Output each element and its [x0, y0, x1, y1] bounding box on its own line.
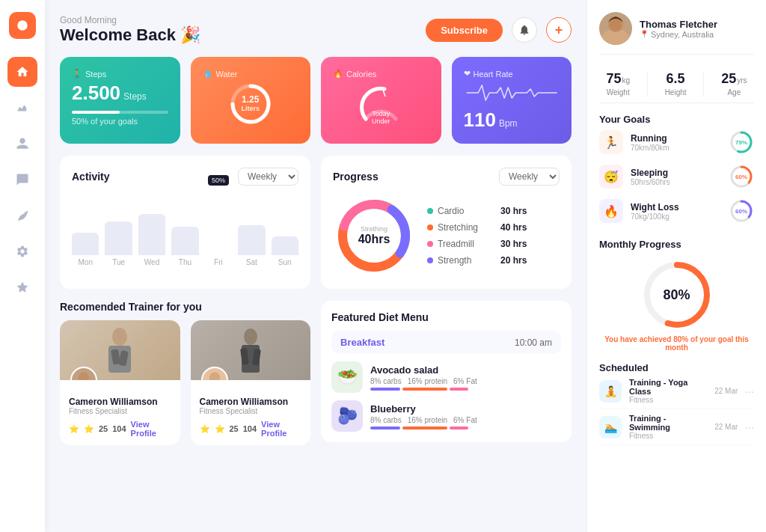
monthly-progress-section: Monthly Progress 80% You have achieved 8… — [599, 239, 754, 352]
swimming-menu[interactable]: ··· — [745, 421, 754, 433]
meal-time-row: Breakfast 10:00 am — [331, 331, 561, 354]
goals-title: Your Goals — [599, 114, 754, 125]
running-info: Running 70km/80km — [631, 133, 721, 152]
trainers-list: Cameron Williamson Fitness Specialist ⭐ … — [60, 320, 310, 445]
view-profile-2[interactable]: View Profile — [261, 420, 301, 438]
activity-header: Activity WeeklyMonthly — [72, 168, 298, 186]
progress-legend: Cardio 30 hrs Stretching 40 hrs — [427, 206, 527, 266]
steps-progress — [72, 111, 168, 114]
bar-col-thu: Thu — [171, 227, 198, 266]
notification-button[interactable] — [512, 17, 537, 43]
star-icon-2: ⭐ — [84, 424, 94, 434]
progress-dropdown[interactable]: WeeklyMonthly — [499, 168, 560, 186]
trainer-specialty-1: Fitness Specialist — [69, 407, 171, 415]
trainer-specialty-2: Fitness Specialist — [200, 407, 302, 415]
trainer-name-1: Cameron Williamson — [69, 397, 171, 407]
trainers-title: Recomended Trainer for you — [60, 301, 310, 313]
age-value: 25 — [721, 71, 736, 87]
bar-thu — [171, 227, 198, 255]
steps-progress-fill — [72, 111, 120, 114]
scheduled-yoga: 🧘 Training - Yoga Class Fitness 22 Mar ·… — [599, 373, 754, 409]
progress-header: Progress WeeklyMonthly — [333, 168, 560, 186]
blueberry-macro-bars — [370, 426, 561, 429]
monthly-title: Monthly Progress — [599, 239, 754, 250]
food-item-blueberry: 🫐 Blueberry 8% carbs 16% protein 6% Fat — [331, 400, 561, 432]
sidebar-item-chat[interactable] — [7, 165, 37, 195]
steps-card: 🚶 Steps 2.500 Steps 50% of your goals — [60, 57, 180, 144]
calories-card: 🔥 Calories Today Under — [321, 57, 441, 144]
user-info: Thomas Fletcher 📍 Sydney, Australia — [640, 19, 717, 39]
water-ring-text: 1.25 Liters — [241, 94, 260, 113]
diet-title: Featured Diet Menu — [331, 311, 561, 323]
steps-sub: 50% of your goals — [72, 117, 168, 126]
scheduled-swimming: 🏊 Training - Swimming Fitness 22 Mar ··· — [599, 409, 754, 445]
goals-section: Your Goals 🏃 Running 70km/80km 79% 😴 Sle… — [599, 114, 754, 228]
age-stat: 25 yrs Age — [721, 71, 747, 97]
user-name: Thomas Fletcher — [640, 19, 717, 30]
divider-2 — [703, 71, 704, 97]
water-card: 💧 Water 1.25 Liters — [191, 57, 311, 144]
weight-stat: 75 kg Weight — [606, 71, 630, 97]
yoga-menu[interactable]: ··· — [745, 385, 754, 397]
heart-rate-unit: Bpm — [499, 118, 518, 129]
star-icon-1: ⭐ — [69, 424, 79, 434]
blueberry-macros: 8% carbs 16% protein 6% Fat — [370, 416, 561, 424]
user-profile-top: Thomas Fletcher 📍 Sydney, Australia — [599, 12, 754, 55]
heart-rate-value: 110 — [464, 108, 496, 132]
svg-point-9 — [112, 328, 127, 346]
add-button[interactable]: + — [546, 17, 572, 43]
avocado-macro-bars — [370, 388, 561, 391]
bar-sun — [272, 236, 298, 255]
bar-col-sun: Sun — [272, 236, 298, 266]
star-icon-4: ⭐ — [215, 424, 225, 434]
steps-label: 🚶 Steps — [72, 69, 168, 79]
heart-rate-label: ❤ Heart Rate — [464, 69, 560, 79]
sidebar-item-home[interactable] — [7, 57, 37, 87]
stats-strip: 75 kg Weight 6.5 Height 25 yrs Age — [599, 65, 754, 103]
svg-point-21 — [209, 372, 219, 380]
bar-col-mon: Mon — [72, 233, 99, 266]
diet-section: Featured Diet Menu Breakfast 10:00 am 🥗 … — [321, 301, 572, 445]
subscribe-button[interactable]: Subscribe — [426, 19, 503, 42]
treadmill-dot — [427, 241, 433, 247]
height-label: Height — [665, 88, 687, 97]
sidebar-item-analytics[interactable] — [7, 93, 37, 123]
sleeping-info: Sleeping 50hrs/60hrs — [631, 168, 721, 186]
header-greeting: Good Morning — [60, 15, 200, 25]
trainer-card-1: Cameron Williamson Fitness Specialist ⭐ … — [60, 320, 180, 445]
steps-icon: 🚶 — [72, 69, 82, 79]
stretching-dot — [427, 224, 433, 230]
steps-unit: Steps — [123, 91, 147, 102]
sidebar-item-awards[interactable] — [7, 272, 37, 302]
activity-progress-row: Activity WeeklyMonthly Mon Tue Wed — [60, 156, 572, 289]
trainer-name-2: Cameron Williamson — [200, 397, 302, 407]
page-title: Welcome Back 🎉 — [60, 25, 200, 45]
food-item-avocado: 🥗 Avocado salad 8% carbs 16% protein 6% … — [331, 361, 561, 393]
calories-label: 🔥 Calories — [333, 69, 429, 79]
weight-value: 75 — [606, 71, 621, 87]
legend-cardio: Cardio 30 hrs — [427, 206, 527, 216]
sidebar-item-settings[interactable] — [7, 236, 37, 266]
trainer-img-2 — [191, 320, 311, 380]
bar-col-wed: Wed — [138, 214, 165, 266]
sleeping-ring: 60% — [729, 164, 754, 189]
progress-title: Progress — [333, 171, 379, 183]
avocado-details: Avocado salad 8% carbs 16% protein 6% Fa… — [370, 364, 561, 391]
activity-dropdown[interactable]: WeeklyMonthly — [238, 168, 298, 186]
location-icon: 📍 — [640, 30, 649, 38]
bar-mon — [72, 233, 99, 255]
view-profile-1[interactable]: View Profile — [131, 420, 171, 438]
meal-time-text: 10:00 am — [515, 337, 552, 348]
goal-wight-loss: 🔥 Wight Loss 70kg/100kg 60% — [599, 194, 754, 228]
monthly-donut-value: 80% — [663, 287, 690, 303]
sidebar-item-leaf[interactable] — [7, 201, 37, 230]
avocado-macros: 8% carbs 16% protein 6% Fat — [370, 377, 561, 385]
user-avatar — [599, 12, 632, 45]
sidebar-item-profile[interactable] — [7, 129, 37, 159]
avocado-img: 🥗 — [331, 361, 363, 393]
svg-point-14 — [79, 372, 89, 380]
heart-wave — [464, 82, 560, 107]
trainer-card-2: Cameron Williamson Fitness Specialist ⭐ … — [191, 320, 311, 445]
trainer-stats-2: ⭐ ⭐ 25 104 View Profile — [200, 420, 302, 438]
height-stat: 6.5 Height — [665, 71, 687, 97]
